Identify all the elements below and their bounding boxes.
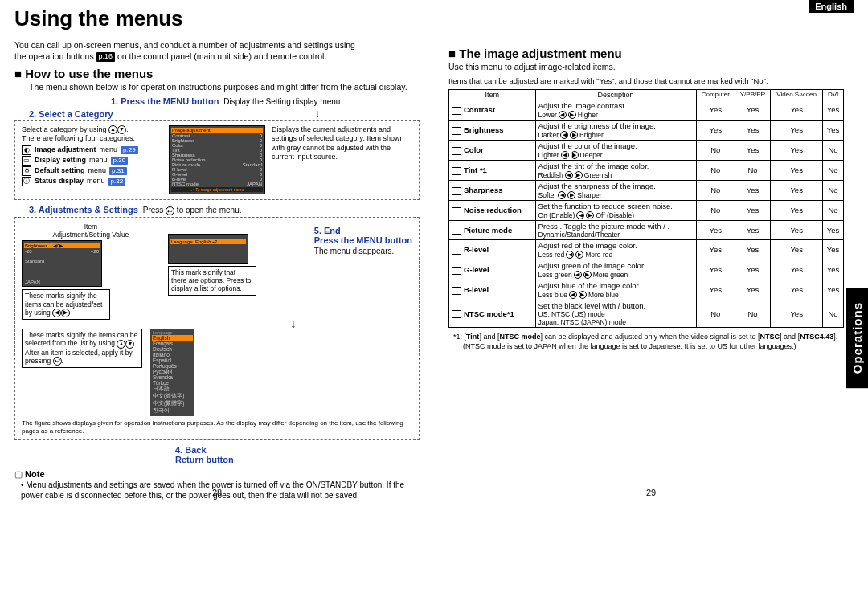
how-to-heading: How to use the menus <box>14 67 420 80</box>
category-row: ◐Image adjustment menup.29 <box>22 145 162 155</box>
row-icon <box>452 227 461 235</box>
page-title: Using the menus <box>14 6 420 31</box>
footnote: *1: [Tint] and [NTSC mode] can be displa… <box>463 333 844 351</box>
step4-label: 4. Back <box>175 445 420 455</box>
page-ref: p.29 <box>121 146 138 154</box>
note-heading: Note <box>14 469 420 480</box>
row-icon <box>452 287 461 295</box>
mini-menu-screen: Image adjustment Contrast0Brightness0Col… <box>169 125 265 194</box>
right-icon: ▶ <box>571 151 579 159</box>
right-icon: ▶ <box>568 111 576 119</box>
table-row: NTSC mode*1Set the black level with / bu… <box>449 300 844 327</box>
category-icon: ⓘ <box>22 177 31 186</box>
table-row: Picture modePress . Toggle the picture m… <box>449 220 844 239</box>
page-ref: p.30 <box>111 157 129 165</box>
row-icon <box>452 267 461 275</box>
left-icon: ◀ <box>566 251 574 259</box>
how-to-sub: The menu shown below is for operation in… <box>29 82 420 93</box>
page-number-right: 29 <box>646 488 656 497</box>
page-number-left: 28 <box>212 488 222 497</box>
left-icon: ◀ <box>565 171 573 179</box>
right-page: English The image adjustment menu Use th… <box>434 0 868 501</box>
enter-icon: ⮐ <box>166 206 174 215</box>
row-icon <box>452 147 461 155</box>
category-icon: ◐ <box>22 145 31 155</box>
category-row: ⓘStatus display menup.32 <box>22 177 162 186</box>
category-row: ⚙Default setting menup.31 <box>22 166 162 176</box>
table-row: SharpnessAdjust the sharpness of the ima… <box>449 180 844 200</box>
table-row: Noise reductionSet the function to reduc… <box>449 200 844 220</box>
category-icon: ▭ <box>22 156 31 166</box>
adj-screen-2: Language English ⮐ <box>168 234 248 264</box>
left-icon: ◀ <box>561 151 569 159</box>
right-icon: ▶ <box>579 291 587 299</box>
table-row: R-levelAdjust red of the image color.Les… <box>449 239 844 260</box>
down-icon: ▼ <box>117 125 126 134</box>
left-icon: ◀ <box>560 131 568 139</box>
page-ref: p.31 <box>109 167 127 175</box>
left-icon: ◀ <box>574 271 582 279</box>
step3-label: 3. Adjustments & Settings <box>29 205 138 215</box>
language-tab: English <box>809 0 854 13</box>
adjustment-table: Item Description Computer Y/PB/PR Video … <box>448 89 844 328</box>
language-list: Language English Français Deutsch Italia… <box>150 329 194 416</box>
image-adj-heading: The image adjustment menu <box>448 47 844 60</box>
arrow-down-icon: ↓ <box>215 109 420 118</box>
left-icon: ◀ <box>569 291 577 299</box>
right-icon: ▶ <box>575 251 583 259</box>
adjustments-box: Item Adjustment/Setting Value Brightness… <box>14 217 420 440</box>
row-icon <box>452 207 461 215</box>
category-row: ▭Display setting menup.30 <box>22 156 162 166</box>
right-icon: ▶ <box>583 271 592 279</box>
intro-text: You can call up on-screen menus, and con… <box>14 40 420 62</box>
table-row: ColorAdjust the color of the image.Light… <box>449 140 844 160</box>
right-icon: ▶ <box>586 211 594 219</box>
table-row: BrightnessAdjust the brightness of the i… <box>449 120 844 140</box>
right-icon: ▶ <box>567 191 575 199</box>
row-icon <box>452 310 461 318</box>
right-icon: ▶ <box>575 171 583 179</box>
table-row: ContrastAdjust the image contrast.Lower … <box>449 100 844 120</box>
category-box: Select a category by using ▲▼. There are… <box>14 120 420 200</box>
step5-label: 5. End <box>314 226 412 235</box>
page-ref: p.16 <box>96 52 116 62</box>
left-page: Using the menus You can call up on-scree… <box>0 0 434 501</box>
step1-label: 1. Press the MENU button <box>111 96 219 106</box>
right-icon: ▶ <box>570 131 578 139</box>
adj-screen-1: Brightness ◀0▶ -20+20 Standard JAPAN <box>22 240 102 287</box>
category-icon: ⚙ <box>22 166 31 176</box>
row-icon <box>452 167 461 175</box>
left-icon: ◀ <box>558 191 566 199</box>
section-tab: Operations <box>846 288 868 388</box>
arrow-down-icon: ↓ <box>174 320 412 329</box>
row-icon <box>452 107 461 115</box>
row-icon <box>452 127 461 135</box>
page-ref: p.32 <box>108 178 126 186</box>
left-icon: ◀ <box>576 211 584 219</box>
table-row: B-levelAdjust blue of the image color.Le… <box>449 280 844 300</box>
left-icon: ◀ <box>559 111 567 119</box>
row-icon <box>452 247 461 255</box>
table-row: Tint *1Adjust the tint of the image colo… <box>449 160 844 180</box>
up-icon: ▲ <box>108 125 117 134</box>
row-icon <box>452 187 461 195</box>
table-row: G-levelAdjust green of the image color.L… <box>449 260 844 280</box>
